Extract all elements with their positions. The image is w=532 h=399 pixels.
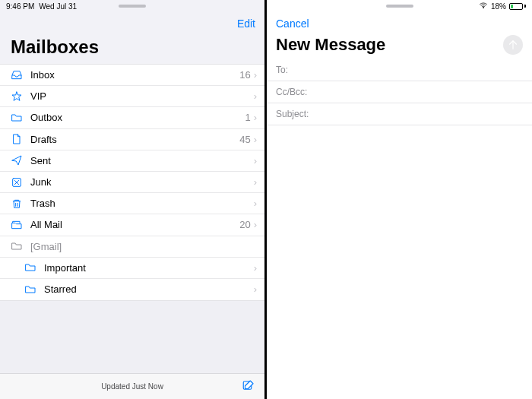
mailbox-row-inbox[interactable]: Inbox16› [0, 65, 264, 86]
mailbox-label: Outbox [24, 112, 245, 123]
multitask-pill-icon[interactable] [386, 5, 413, 8]
mailbox-count: 20 [239, 219, 253, 230]
mailbox-row-outbox[interactable]: Outbox1› [0, 107, 264, 128]
mailbox-row--gmail-[interactable]: [Gmail] [0, 236, 264, 258]
mailbox-row-trash[interactable]: Trash› [0, 193, 264, 214]
send-button[interactable] [503, 35, 523, 55]
cc-bcc-field[interactable]: Cc/Bcc: [267, 81, 532, 103]
svg-point-1 [483, 8, 483, 8]
status-bar-right: 18% [267, 0, 532, 12]
chevron-right-icon: › [254, 69, 264, 81]
inbox-icon [9, 69, 24, 81]
folder-icon [9, 112, 24, 124]
chevron-right-icon: › [254, 219, 264, 230]
cancel-button[interactable]: Cancel [276, 17, 309, 30]
mailbox-count: 45 [239, 134, 253, 145]
chevron-right-icon: › [254, 112, 264, 123]
mailbox-label: All Mail [24, 219, 239, 230]
multitask-pill-icon[interactable] [119, 5, 146, 8]
subject-field[interactable]: Subject: [267, 103, 532, 125]
folder-icon [9, 240, 24, 252]
chevron-right-icon: › [254, 90, 264, 102]
chevron-right-icon: › [254, 134, 264, 145]
mailbox-label: Inbox [24, 69, 239, 81]
compose-button[interactable] [242, 378, 255, 394]
chevron-right-icon: › [254, 283, 264, 295]
compose-nav: Cancel [267, 12, 532, 35]
mailbox-label: [Gmail] [24, 241, 264, 252]
empty-area [0, 301, 264, 373]
folder-icon [23, 261, 38, 274]
battery-pct: 18% [491, 2, 506, 11]
allmail-icon [9, 219, 24, 231]
mailbox-label: VIP [24, 90, 254, 102]
mailbox-count: 1 [245, 112, 253, 123]
trash-icon [9, 198, 24, 210]
mailbox-label: Sent [24, 155, 254, 166]
mailbox-label: Drafts [24, 134, 239, 145]
nav-bar: Edit [0, 12, 264, 35]
mailbox-row-junk[interactable]: Junk› [0, 172, 264, 193]
to-field[interactable]: To: [267, 59, 532, 81]
mailboxes-pane: 9:46 PM Wed Jul 31 Edit Mailboxes Inbox1… [0, 0, 265, 399]
junk-icon [9, 176, 24, 188]
edit-button[interactable]: Edit [237, 17, 255, 30]
mailbox-row-important[interactable]: Important› [0, 258, 264, 279]
mailbox-label: Important [38, 262, 254, 274]
status-bar-left: 9:46 PM Wed Jul 31 [0, 0, 264, 12]
status-time: 9:46 PM [6, 2, 34, 11]
chevron-right-icon: › [254, 176, 264, 188]
mailbox-row-vip[interactable]: VIP› [0, 86, 264, 107]
star-icon [9, 90, 24, 103]
mailbox-row-all-mail[interactable]: All Mail20› [0, 214, 264, 236]
toolbar: Updated Just Now [0, 373, 264, 399]
mailbox-label: Junk [24, 176, 254, 188]
doc-icon [9, 133, 24, 145]
status-text: Updated Just Now [101, 382, 163, 391]
chevron-right-icon: › [254, 198, 264, 209]
chevron-right-icon: › [254, 155, 264, 166]
chevron-right-icon: › [254, 262, 264, 274]
compose-title: New Message [276, 35, 385, 55]
mailbox-row-sent[interactable]: Sent› [0, 150, 264, 172]
status-date: Wed Jul 31 [39, 2, 77, 11]
mailbox-label: Trash [24, 198, 254, 209]
page-title: Mailboxes [0, 35, 264, 64]
mailbox-row-starred[interactable]: Starred› [0, 279, 264, 300]
folder-icon [23, 283, 38, 296]
battery-icon [509, 3, 526, 10]
wifi-icon [479, 1, 488, 11]
mailbox-count: 16 [239, 69, 253, 81]
mailbox-list: Inbox16›VIP›Outbox1›Drafts45›Sent›Junk›T… [0, 64, 264, 301]
compose-pane: 18% Cancel New Message To: Cc/Bcc: Subje… [267, 0, 532, 399]
mailbox-label: Starred [38, 283, 254, 295]
send-icon [9, 154, 24, 166]
mailbox-row-drafts[interactable]: Drafts45› [0, 129, 264, 150]
